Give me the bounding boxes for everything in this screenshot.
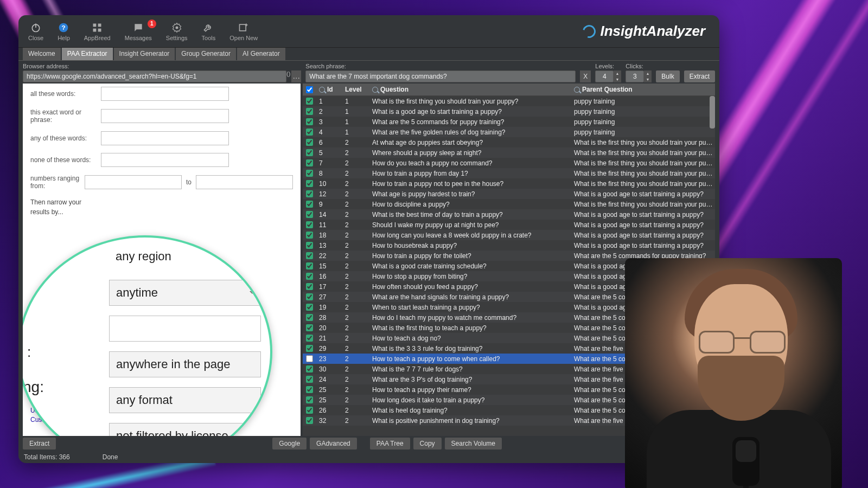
appbreed-button[interactable]: AppBreed: [84, 22, 111, 41]
row-checkbox[interactable]: [306, 304, 313, 311]
mag-format-select[interactable]: any format: [109, 387, 261, 413]
tab-insight-generator[interactable]: Insight Generator: [114, 48, 175, 60]
copy-button[interactable]: Copy: [413, 438, 442, 450]
row-checkbox[interactable]: [306, 376, 313, 383]
table-row[interactable]: 112Should I wake my puppy up at night to…: [303, 220, 715, 230]
header-id[interactable]: Id: [327, 86, 333, 93]
table-row[interactable]: 132How to housebreak a puppy?What is a g…: [303, 240, 715, 251]
tab-paa-extractor[interactable]: PAA Extractor: [62, 48, 113, 60]
search-volume-button[interactable]: Search Volume: [445, 438, 502, 450]
row-checkbox[interactable]: [306, 417, 313, 424]
row-checkbox[interactable]: [306, 283, 313, 290]
search-icon: [319, 87, 325, 93]
settings-button[interactable]: Settings: [166, 22, 188, 41]
cell-parent: What is the first thing you should train…: [571, 170, 715, 177]
row-checkbox[interactable]: [306, 149, 313, 156]
browser-menu-button[interactable]: …: [291, 70, 301, 82]
row-checkbox[interactable]: [306, 170, 313, 177]
cell-question: How do I teach my puppy to watch me comm…: [369, 314, 571, 322]
table-row[interactable]: 11What is the first thing you should tra…: [303, 96, 715, 106]
table-row[interactable]: 62At what age do puppies start obeying?W…: [303, 137, 715, 147]
bulk-button[interactable]: Bulk: [656, 70, 679, 82]
mag-anywhere-select[interactable]: anywhere in the page: [109, 351, 261, 377]
levels-up[interactable]: ▴: [614, 70, 621, 76]
table-row[interactable]: 82How to train a puppy from day 1?What i…: [303, 168, 715, 178]
tab-welcome[interactable]: Welcome: [23, 48, 61, 60]
gadvanced-button[interactable]: GAdvanced: [310, 438, 357, 450]
row-checkbox[interactable]: [306, 180, 313, 187]
mag-license-select[interactable]: not filtered by license: [109, 423, 261, 436]
search-phrase-input[interactable]: [305, 70, 576, 82]
table-row[interactable]: 21What is a good age to start training a…: [303, 106, 715, 117]
row-checkbox[interactable]: [306, 190, 313, 197]
table-row[interactable]: 41What are the five golden rules of dog …: [303, 127, 715, 137]
row-checkbox[interactable]: [306, 396, 313, 403]
row-checkbox[interactable]: [306, 232, 313, 239]
row-checkbox[interactable]: [306, 201, 313, 208]
table-row[interactable]: 72How do you teach a puppy no command?Wh…: [303, 158, 715, 168]
row-checkbox[interactable]: [306, 159, 313, 166]
cell-level: 2: [342, 139, 369, 146]
table-row[interactable]: 52Where should a puppy sleep at night?Wh…: [303, 147, 715, 158]
row-checkbox[interactable]: [306, 139, 313, 146]
tools-button[interactable]: Tools: [202, 22, 216, 41]
open-new-button[interactable]: Open New: [229, 22, 258, 41]
row-checkbox[interactable]: [306, 118, 313, 125]
row-checkbox[interactable]: [306, 242, 313, 249]
row-checkbox[interactable]: [306, 221, 313, 228]
row-checkbox[interactable]: [306, 262, 313, 269]
exact-phrase-input[interactable]: [101, 109, 229, 123]
table-row[interactable]: 122What age is puppy hardest to train?Wh…: [303, 189, 715, 199]
range-from-input[interactable]: [85, 175, 182, 189]
row-checkbox[interactable]: [306, 386, 313, 393]
row-checkbox[interactable]: [306, 108, 313, 115]
vertical-scrollbar[interactable]: [710, 96, 715, 129]
row-checkbox[interactable]: [306, 273, 313, 280]
levels-down[interactable]: ▾: [614, 76, 621, 82]
mag-blank-input[interactable]: [109, 316, 261, 342]
any-words-input[interactable]: [101, 131, 229, 145]
extract-button[interactable]: Extract: [684, 70, 715, 82]
table-row[interactable]: 102How to train a puppy not to pee in th…: [303, 178, 715, 189]
row-checkbox[interactable]: [306, 355, 313, 362]
row-checkbox[interactable]: [306, 345, 313, 352]
row-checkbox[interactable]: [306, 407, 313, 414]
row-checkbox[interactable]: [306, 324, 313, 331]
header-question[interactable]: Question: [380, 86, 409, 93]
browser-address-input[interactable]: [23, 70, 286, 82]
row-checkbox[interactable]: [306, 293, 313, 300]
tab-group-generator[interactable]: Group Generator: [176, 48, 236, 60]
mag-anytime-select[interactable]: anytime: [109, 280, 261, 306]
table-row[interactable]: 92How to discipline a puppy?What is the …: [303, 199, 715, 209]
row-checkbox[interactable]: [306, 129, 313, 136]
range-to-input[interactable]: [196, 175, 293, 189]
cell-id: 1: [316, 98, 342, 105]
row-checkbox[interactable]: [306, 98, 313, 105]
row-checkbox[interactable]: [306, 314, 313, 321]
row-checkbox[interactable]: [306, 335, 313, 342]
close-button[interactable]: Close: [28, 22, 43, 41]
messages-button[interactable]: 1 Messages: [125, 22, 152, 41]
table-row[interactable]: 31What are the 5 commands for puppy trai…: [303, 117, 715, 127]
levels-input[interactable]: [595, 70, 614, 82]
clicks-input[interactable]: [626, 70, 644, 82]
cell-level: 2: [342, 201, 369, 208]
row-checkbox[interactable]: [306, 252, 313, 259]
none-words-input[interactable]: [101, 153, 229, 167]
header-parent[interactable]: Parent Question: [582, 86, 633, 93]
bottom-extract-button[interactable]: Extract: [23, 438, 56, 450]
help-button[interactable]: ? Help: [58, 22, 70, 41]
google-button[interactable]: Google: [272, 438, 307, 450]
table-row[interactable]: 182How long can you leave a 8 week old p…: [303, 230, 715, 240]
clear-search-button[interactable]: X: [580, 70, 591, 82]
clicks-up[interactable]: ▴: [644, 70, 652, 76]
header-level[interactable]: Level: [345, 86, 362, 93]
row-checkbox[interactable]: [306, 365, 313, 373]
paa-tree-button[interactable]: PAA Tree: [370, 438, 410, 450]
row-checkbox[interactable]: [306, 211, 313, 218]
clicks-down[interactable]: ▾: [644, 76, 652, 82]
tab-ai-generator[interactable]: AI Generator: [237, 48, 285, 60]
all-words-input[interactable]: [101, 87, 229, 101]
select-all-checkbox[interactable]: [306, 86, 313, 93]
table-row[interactable]: 142What is the best time of day to train…: [303, 209, 715, 220]
